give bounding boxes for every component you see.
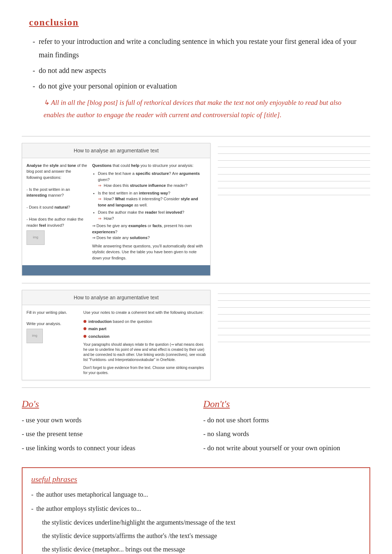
dos-donts-section: Do's - use your own words - use the pres… xyxy=(22,399,370,456)
ws1-right-q2: Is the text written in an interesting wa… xyxy=(98,190,206,208)
conclusion-bullet-1-text: refer to your introduction and write a c… xyxy=(39,35,363,62)
line-13 xyxy=(218,321,370,321)
phrase-item-3: the stylistic devices underline/highligh… xyxy=(31,517,361,528)
ws1-right-intro: Questions that could help you to structu… xyxy=(92,163,206,169)
conclusion-summary-text: ↳ All in all the [blog post] is full of … xyxy=(44,99,342,119)
dot-main xyxy=(83,327,86,330)
dos-item-2: - use the present tense xyxy=(22,428,189,439)
donts-column: Don't's - do not use short forms - no sl… xyxy=(203,399,370,456)
worksheet-row-1: How to analyse an argumentative text Ana… xyxy=(22,143,370,276)
ws1-right-q3: Does the author make the reader feel inv… xyxy=(98,209,206,221)
donts-item-1-text: - do not use short forms xyxy=(203,415,269,426)
line-6 xyxy=(218,181,370,181)
worksheet-2-body: Fill in your writing plan. Write your an… xyxy=(22,305,210,380)
worksheet-box-2: How to analyse an argumentative text Fil… xyxy=(22,290,211,380)
ws1-right-q4: ⇒ Does he give any examples or facts, pr… xyxy=(92,223,206,241)
conclusion-bullet-1: - refer to your introduction and write a… xyxy=(29,35,363,62)
struct-main: main part xyxy=(83,326,206,332)
worksheet-row-2: How to analyse an argumentative text Fil… xyxy=(22,290,370,380)
line-2 xyxy=(218,153,370,154)
line-12 xyxy=(218,314,370,315)
dash-3: - xyxy=(33,79,35,93)
dos-item-1-text: - use your own words xyxy=(22,415,82,426)
worksheet-box-1: How to analyse an argumentative text Ana… xyxy=(22,143,211,276)
worksheet-1-footer xyxy=(22,265,210,275)
dot-intro xyxy=(83,320,86,323)
phrase-1-text: the author uses metaphorical language to… xyxy=(36,489,148,500)
donts-item-3: - do not write about yourself or your ow… xyxy=(203,443,370,454)
worksheet-1-right: Questions that could help you to structu… xyxy=(92,163,206,261)
ws2-image: img xyxy=(26,329,43,343)
dos-item-1: - use your own words xyxy=(22,415,189,426)
phrase-item-1: - the author uses metaphorical language … xyxy=(31,489,361,500)
ws1-left-q2: - Does it sound natural? xyxy=(26,204,88,210)
useful-phrases-title: useful phrases xyxy=(31,475,361,484)
ws2-intro: Use your notes to create a coherent text… xyxy=(83,309,206,316)
donts-item-3-text: - do not write about yourself or your ow… xyxy=(203,443,340,454)
ws2-write: Write your analysis. xyxy=(26,321,79,327)
phrase-item-2: - the author employs stylistic devices t… xyxy=(31,503,361,514)
divider-1 xyxy=(22,136,370,136)
dos-title: Do's xyxy=(22,399,189,410)
phrase-4-text: the stylistic device supports/affirms th… xyxy=(42,532,217,539)
worksheet-2-right: Use your notes to create a coherent text… xyxy=(83,309,206,376)
dash-2: - xyxy=(33,64,35,77)
conclusion-bullet-3-text: do not give your personal opinion or eva… xyxy=(39,79,177,93)
dos-item-3: - use linking words to connect your idea… xyxy=(22,443,189,454)
ws1-right-q1: Does the text have a specific structure?… xyxy=(98,171,206,189)
worksheet-1-left: Analyse the style and tone of the blog p… xyxy=(26,163,88,261)
divider-2 xyxy=(22,283,370,283)
ws2-fill: Fill in your writing plan. xyxy=(26,309,79,316)
conclusion-bullet-2-text: do not add new aspects xyxy=(39,64,106,77)
conclusion-section: conclusion - refer to your introduction … xyxy=(22,11,370,125)
donts-item-2-text: - no slang words xyxy=(203,428,249,439)
line-5 xyxy=(218,174,370,175)
worksheet-1-header: How to analyse an argumentative text xyxy=(22,143,210,158)
phrase-5-text: the stylistic device (metaphor... brings… xyxy=(42,546,185,553)
donts-title: Don't's xyxy=(203,399,370,410)
dos-item-3-text: - use linking words to connect your idea… xyxy=(22,443,135,454)
worksheet-2-left: Fill in your writing plan. Write your an… xyxy=(26,309,79,376)
ws1-left-intro: Analyse the style and tone of the blog p… xyxy=(26,163,88,181)
line-7 xyxy=(218,188,370,188)
phrase-3-text: the stylistic devices underline/highligh… xyxy=(42,519,236,526)
phrase-2-text: the author employs stylistic devices to.… xyxy=(36,503,141,514)
line-8 xyxy=(218,195,370,195)
dot-conc xyxy=(83,335,86,338)
line-10 xyxy=(218,300,370,301)
ws2-para-note: Your paragraphs should always relate to … xyxy=(83,342,206,362)
ws1-left-q3: - How does the author make the reader fe… xyxy=(26,216,88,228)
worksheet-1-title: How to analyse an argumentative text xyxy=(74,148,159,153)
line-3 xyxy=(218,160,370,161)
worksheet-2-right-lines xyxy=(218,290,370,380)
divider-3 xyxy=(22,387,370,388)
phrase-dash-2: - xyxy=(31,503,33,514)
dos-column: Do's - use your own words - use the pres… xyxy=(22,399,189,456)
line-15 xyxy=(218,335,370,335)
line-4 xyxy=(218,167,370,168)
conclusion-title: conclusion xyxy=(29,15,363,30)
conclusion-summary: ↳ All in all the [blog post] is full of … xyxy=(29,97,363,121)
ws1-right-footer: While answering these questions, you'll … xyxy=(92,243,206,261)
phrase-dash-1: - xyxy=(31,489,33,500)
worksheet-2-header: How to analyse an argumentative text xyxy=(22,290,210,305)
ws1-left-q1: - Is the post written in an interesting … xyxy=(26,186,88,198)
line-11 xyxy=(218,307,370,308)
worksheet-1-body: Analyse the style and tone of the blog p… xyxy=(22,158,210,266)
line-9 xyxy=(218,294,370,294)
phrase-item-5: the stylistic device (metaphor... brings… xyxy=(31,544,361,554)
ws1-image: img xyxy=(26,230,45,245)
phrase-item-4: the stylistic device supports/affirms th… xyxy=(31,530,361,542)
conclusion-bullet-3: - do not give your personal opinion or e… xyxy=(29,79,363,93)
useful-phrases-box: useful phrases - the author uses metapho… xyxy=(22,467,370,554)
donts-item-2: - no slang words xyxy=(203,428,370,439)
line-1 xyxy=(218,147,370,147)
line-14 xyxy=(218,328,370,328)
line-16 xyxy=(218,342,370,342)
struct-conc: conclusion xyxy=(83,333,206,340)
worksheet-1-right-lines xyxy=(218,143,370,276)
donts-item-1: - do not use short forms xyxy=(203,415,370,426)
struct-intro: introduction based on the question xyxy=(83,319,206,325)
ws2-evidence-note: Don't forget to give evidence from the t… xyxy=(83,365,206,376)
conclusion-bullet-2: - do not add new aspects xyxy=(29,64,363,77)
